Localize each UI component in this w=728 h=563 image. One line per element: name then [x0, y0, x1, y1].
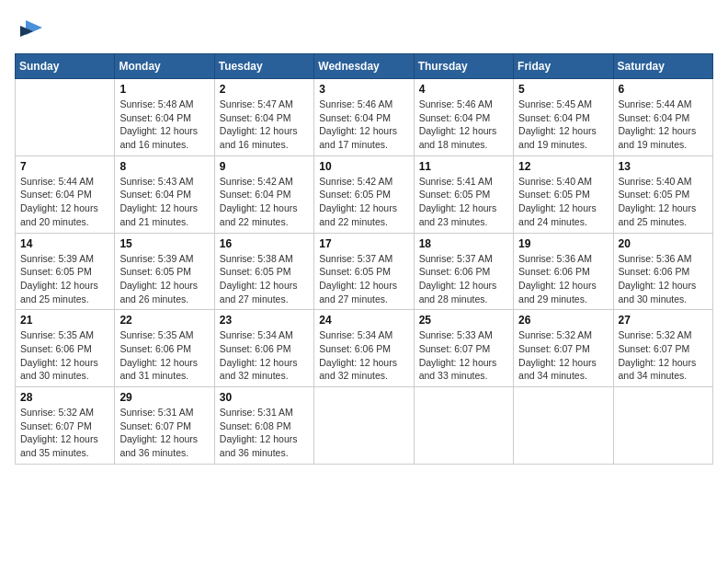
- daylight: Daylight: 12 hours and 27 minutes.: [220, 280, 298, 304]
- day-number: 10: [319, 160, 408, 173]
- daylight: Daylight: 12 hours and 30 minutes.: [619, 280, 697, 304]
- sunrise: Sunrise: 5:46 AM: [319, 98, 392, 109]
- daylight: Daylight: 12 hours and 33 minutes.: [419, 357, 497, 382]
- daylight: Daylight: 12 hours and 34 minutes.: [619, 357, 697, 382]
- calendar-cell: [16, 79, 115, 156]
- day-number: 13: [619, 160, 708, 173]
- daylight: Daylight: 12 hours and 30 minutes.: [20, 357, 98, 382]
- calendar-week-row: 21 Sunrise: 5:35 AM Sunset: 6:06 PM Dayl…: [16, 310, 713, 387]
- calendar-header-friday: Friday: [514, 54, 613, 79]
- calendar-cell: [314, 387, 414, 465]
- sunset: Sunset: 6:04 PM: [220, 112, 291, 123]
- daylight: Daylight: 12 hours and 18 minutes.: [419, 125, 497, 150]
- page-header: [15, 15, 713, 42]
- calendar-cell: [414, 387, 513, 465]
- sunset: Sunset: 6:07 PM: [20, 420, 92, 431]
- sunset: Sunset: 6:07 PM: [119, 420, 191, 431]
- sunset: Sunset: 6:06 PM: [220, 343, 291, 354]
- daylight: Daylight: 12 hours and 22 minutes.: [220, 202, 298, 227]
- sunset: Sunset: 6:07 PM: [518, 343, 590, 354]
- calendar-cell: 20 Sunrise: 5:36 AM Sunset: 6:06 PM Dayl…: [613, 233, 712, 310]
- daylight: Daylight: 12 hours and 34 minutes.: [518, 357, 597, 382]
- sunset: Sunset: 6:04 PM: [119, 112, 191, 123]
- day-number: 28: [20, 391, 109, 404]
- sunrise: Sunrise: 5:43 AM: [119, 176, 193, 187]
- calendar-cell: 19 Sunrise: 5:36 AM Sunset: 6:06 PM Dayl…: [514, 233, 613, 310]
- sunrise: Sunrise: 5:35 AM: [119, 329, 193, 340]
- daylight: Daylight: 12 hours and 35 minutes.: [20, 433, 98, 458]
- sunrise: Sunrise: 5:32 AM: [619, 329, 692, 340]
- day-info: Sunrise: 5:44 AM Sunset: 6:04 PM Dayligh…: [20, 175, 109, 229]
- calendar-cell: 28 Sunrise: 5:32 AM Sunset: 6:07 PM Dayl…: [16, 387, 115, 465]
- day-number: 8: [119, 160, 209, 173]
- day-info: Sunrise: 5:39 AM Sunset: 6:05 PM Dayligh…: [20, 252, 109, 306]
- daylight: Daylight: 12 hours and 21 minutes.: [119, 202, 198, 227]
- sunrise: Sunrise: 5:47 AM: [220, 98, 293, 109]
- calendar-cell: 9 Sunrise: 5:42 AM Sunset: 6:04 PM Dayli…: [214, 155, 313, 233]
- day-number: 22: [119, 314, 209, 327]
- day-number: 3: [319, 83, 408, 96]
- sunrise: Sunrise: 5:33 AM: [419, 329, 493, 340]
- sunset: Sunset: 6:06 PM: [419, 266, 491, 277]
- day-number: 12: [518, 160, 608, 173]
- day-info: Sunrise: 5:47 AM Sunset: 6:04 PM Dayligh…: [220, 98, 309, 152]
- sunset: Sunset: 6:07 PM: [419, 343, 491, 354]
- daylight: Daylight: 12 hours and 32 minutes.: [220, 357, 298, 382]
- daylight: Daylight: 12 hours and 17 minutes.: [319, 125, 397, 150]
- calendar-header-monday: Monday: [115, 54, 214, 79]
- sunrise: Sunrise: 5:37 AM: [319, 253, 392, 264]
- day-info: Sunrise: 5:37 AM Sunset: 6:05 PM Dayligh…: [319, 252, 408, 306]
- day-number: 23: [220, 314, 309, 327]
- daylight: Daylight: 12 hours and 22 minutes.: [319, 202, 397, 227]
- sunset: Sunset: 6:07 PM: [619, 343, 690, 354]
- calendar-cell: 17 Sunrise: 5:37 AM Sunset: 6:05 PM Dayl…: [314, 233, 414, 310]
- sunset: Sunset: 6:05 PM: [119, 266, 191, 277]
- calendar-header-wednesday: Wednesday: [314, 54, 414, 79]
- calendar-week-row: 28 Sunrise: 5:32 AM Sunset: 6:07 PM Dayl…: [16, 387, 713, 465]
- day-info: Sunrise: 5:33 AM Sunset: 6:07 PM Dayligh…: [419, 328, 508, 383]
- day-number: 21: [20, 314, 109, 327]
- calendar-cell: 4 Sunrise: 5:46 AM Sunset: 6:04 PM Dayli…: [414, 79, 513, 156]
- sunset: Sunset: 6:05 PM: [419, 189, 491, 200]
- calendar-cell: 25 Sunrise: 5:33 AM Sunset: 6:07 PM Dayl…: [414, 310, 513, 387]
- day-info: Sunrise: 5:48 AM Sunset: 6:04 PM Dayligh…: [119, 98, 209, 152]
- sunrise: Sunrise: 5:40 AM: [619, 176, 692, 187]
- day-number: 18: [419, 237, 508, 250]
- calendar-cell: 8 Sunrise: 5:43 AM Sunset: 6:04 PM Dayli…: [115, 155, 214, 233]
- calendar-cell: 1 Sunrise: 5:48 AM Sunset: 6:04 PM Dayli…: [115, 79, 214, 156]
- calendar-header-tuesday: Tuesday: [214, 54, 313, 79]
- sunset: Sunset: 6:05 PM: [20, 266, 92, 277]
- daylight: Daylight: 12 hours and 19 minutes.: [518, 125, 597, 150]
- day-number: 14: [20, 237, 109, 250]
- daylight: Daylight: 12 hours and 20 minutes.: [20, 202, 98, 227]
- day-info: Sunrise: 5:32 AM Sunset: 6:07 PM Dayligh…: [20, 406, 109, 460]
- sunset: Sunset: 6:06 PM: [619, 266, 690, 277]
- day-info: Sunrise: 5:36 AM Sunset: 6:06 PM Dayligh…: [619, 252, 708, 306]
- sunset: Sunset: 6:04 PM: [319, 112, 391, 123]
- daylight: Daylight: 12 hours and 36 minutes.: [119, 433, 198, 458]
- day-number: 7: [20, 160, 109, 173]
- day-info: Sunrise: 5:31 AM Sunset: 6:08 PM Dayligh…: [220, 406, 309, 460]
- sunrise: Sunrise: 5:42 AM: [319, 176, 392, 187]
- sunrise: Sunrise: 5:48 AM: [119, 98, 193, 109]
- sunrise: Sunrise: 5:36 AM: [619, 253, 692, 264]
- sunset: Sunset: 6:05 PM: [619, 189, 690, 200]
- day-info: Sunrise: 5:44 AM Sunset: 6:04 PM Dayligh…: [619, 98, 708, 152]
- day-number: 19: [518, 237, 608, 250]
- day-number: 25: [419, 314, 508, 327]
- sunset: Sunset: 6:08 PM: [220, 420, 291, 431]
- day-info: Sunrise: 5:34 AM Sunset: 6:06 PM Dayligh…: [220, 328, 309, 383]
- calendar-cell: 16 Sunrise: 5:38 AM Sunset: 6:05 PM Dayl…: [214, 233, 313, 310]
- logo-icon: [17, 17, 42, 42]
- daylight: Daylight: 12 hours and 27 minutes.: [319, 280, 397, 304]
- calendar-week-row: 14 Sunrise: 5:39 AM Sunset: 6:05 PM Dayl…: [16, 233, 713, 310]
- day-number: 2: [220, 83, 309, 96]
- calendar-cell: 21 Sunrise: 5:35 AM Sunset: 6:06 PM Dayl…: [16, 310, 115, 387]
- day-number: 6: [619, 83, 708, 96]
- calendar-cell: 27 Sunrise: 5:32 AM Sunset: 6:07 PM Dayl…: [613, 310, 712, 387]
- day-number: 11: [419, 160, 508, 173]
- calendar-cell: 11 Sunrise: 5:41 AM Sunset: 6:05 PM Dayl…: [414, 155, 513, 233]
- sunrise: Sunrise: 5:34 AM: [319, 329, 392, 340]
- sunset: Sunset: 6:05 PM: [518, 189, 590, 200]
- sunrise: Sunrise: 5:31 AM: [119, 407, 193, 418]
